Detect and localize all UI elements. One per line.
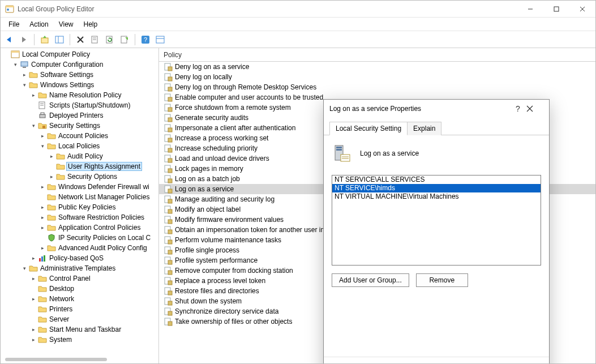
chevron-right-icon[interactable]: ▸ xyxy=(39,225,46,230)
chevron-right-icon[interactable]: ▸ xyxy=(39,133,46,139)
chevron-down-icon[interactable]: ▾ xyxy=(21,265,28,271)
svg-rect-28 xyxy=(23,67,26,68)
help-icon[interactable]: ? xyxy=(509,104,526,113)
minimize-button[interactable] xyxy=(517,1,543,17)
close-icon[interactable] xyxy=(526,105,543,112)
back-button[interactable] xyxy=(3,33,15,46)
tab-local-security-setting[interactable]: Local Security Setting xyxy=(329,122,408,135)
policy-item[interactable]: Deny log on through Remote Desktop Servi… xyxy=(159,82,595,92)
tree-software-restriction[interactable]: ▸Software Restriction Policies xyxy=(39,212,158,222)
column-header-policy[interactable]: Policy xyxy=(159,48,595,62)
close-button[interactable] xyxy=(569,1,595,17)
svg-rect-49 xyxy=(168,118,172,122)
svg-rect-75 xyxy=(168,250,172,254)
tree-application-control[interactable]: ▸Application Control Policies xyxy=(39,222,158,233)
chevron-down-icon[interactable]: ▾ xyxy=(39,143,46,149)
chevron-right-icon[interactable]: ▸ xyxy=(30,255,37,261)
tree-deployed-printers[interactable]: Deployed Printers xyxy=(30,110,158,121)
policy-item-label: Log on as a batch job xyxy=(175,175,240,183)
tree-security-settings[interactable]: ▾Security Settings xyxy=(30,121,158,131)
svg-rect-77 xyxy=(168,260,172,264)
cancel-button[interactable]: Cancel xyxy=(432,363,484,364)
listbox-option[interactable]: NT SERVICE\himds xyxy=(332,184,541,192)
policy-item-label: Lock pages in memory xyxy=(175,165,243,173)
tree-software-settings[interactable]: ▸Software Settings xyxy=(21,70,158,80)
tree-scripts[interactable]: Scripts (Startup/Shutdown) xyxy=(30,100,158,110)
tree-ip-security[interactable]: IP Security Policies on Local C xyxy=(39,233,158,243)
tree-advanced-audit[interactable]: ▸Advanced Audit Policy Config xyxy=(39,243,158,253)
chevron-right-icon[interactable]: ▸ xyxy=(30,276,37,281)
chevron-right-icon[interactable]: ▸ xyxy=(30,296,37,302)
app-icon xyxy=(5,5,14,14)
tree-root[interactable]: Local Computer Policy xyxy=(3,49,158,59)
tree-system[interactable]: ▸System xyxy=(30,335,158,345)
tree-computer-configuration[interactable]: ▾ Computer Configuration xyxy=(12,59,158,70)
tree-network[interactable]: ▸Network xyxy=(30,294,158,304)
properties-button[interactable] xyxy=(89,33,101,46)
listbox-option[interactable]: NT SERVICE\ALL SERVICES xyxy=(332,175,541,184)
chevron-right-icon[interactable]: ▸ xyxy=(21,72,28,78)
remove-button[interactable]: Remove xyxy=(416,273,468,287)
forward-button[interactable] xyxy=(18,33,30,46)
chevron-right-icon[interactable]: ▸ xyxy=(30,337,37,342)
users-listbox[interactable]: NT SERVICE\ALL SERVICESNT SERVICE\himdsN… xyxy=(332,175,541,265)
tree-security-options[interactable]: ▸Security Options xyxy=(48,172,158,182)
chevron-right-icon[interactable]: ▸ xyxy=(39,204,46,210)
chevron-right-icon[interactable]: ▸ xyxy=(30,327,37,332)
tree-control-panel[interactable]: ▸Control Panel xyxy=(30,273,158,284)
add-user-button[interactable]: Add User or Group... xyxy=(332,273,409,287)
tree-network-list[interactable]: Network List Manager Policies xyxy=(39,192,158,202)
tree-firewall[interactable]: ▸Windows Defender Firewall wi xyxy=(39,182,158,192)
shield-icon xyxy=(47,233,56,242)
menu-file[interactable]: File xyxy=(4,19,24,29)
folder-icon xyxy=(38,91,47,100)
tree-name-resolution[interactable]: ▸Name Resolution Policy xyxy=(30,90,158,100)
refresh-button[interactable] xyxy=(104,33,116,46)
up-button[interactable] xyxy=(38,33,51,46)
chevron-right-icon[interactable]: ▸ xyxy=(30,92,37,98)
horizontal-scrollbar[interactable] xyxy=(5,358,107,361)
delete-button[interactable] xyxy=(74,33,87,46)
ok-button[interactable]: OK xyxy=(376,363,428,364)
chevron-right-icon[interactable]: ▸ xyxy=(48,153,55,159)
chevron-right-icon[interactable]: ▸ xyxy=(39,184,46,190)
listbox-option[interactable]: NT VIRTUAL MACHINE\Virtual Machines xyxy=(332,192,541,201)
tree-windows-settings[interactable]: ▾Windows Settings xyxy=(21,80,158,90)
tree-policy-qos[interactable]: ▸Policy-based QoS xyxy=(30,253,158,263)
policy-item[interactable]: Deny log on as a service xyxy=(159,62,595,72)
maximize-button[interactable] xyxy=(543,1,569,17)
tree-start-menu[interactable]: ▸Start Menu and Taskbar xyxy=(30,324,158,335)
tree-desktop[interactable]: Desktop xyxy=(30,284,158,294)
menu-action[interactable]: Action xyxy=(25,19,53,29)
tree-public-key[interactable]: ▸Public Key Policies xyxy=(39,202,158,212)
svg-rect-59 xyxy=(168,169,172,173)
chevron-right-icon[interactable]: ▸ xyxy=(48,174,55,179)
folder-icon xyxy=(47,223,56,232)
menu-view[interactable]: View xyxy=(54,19,78,29)
tree-account-policies[interactable]: ▸Account Policies xyxy=(39,131,158,141)
folder-icon xyxy=(29,264,38,273)
help-button[interactable]: ? xyxy=(139,33,152,46)
chevron-down-icon[interactable]: ▾ xyxy=(21,82,28,88)
apply-button[interactable]: Apply xyxy=(489,363,541,364)
show-hide-tree-button[interactable] xyxy=(53,33,66,46)
tree-user-rights-assignment[interactable]: User Rights Assignment xyxy=(48,161,158,172)
tree-printers[interactable]: Printers xyxy=(30,304,158,314)
tab-explain[interactable]: Explain xyxy=(407,122,441,135)
folder-icon xyxy=(47,203,56,212)
filter-button[interactable] xyxy=(154,33,166,46)
policy-item[interactable]: Deny log on locally xyxy=(159,72,595,82)
chevron-right-icon[interactable]: ▸ xyxy=(39,245,46,251)
menu-help[interactable]: Help xyxy=(79,19,102,29)
tree-server[interactable]: Server xyxy=(30,314,158,324)
tree-admin-templates[interactable]: ▾Administrative Templates xyxy=(21,263,158,273)
tree-local-policies[interactable]: ▾Local Policies xyxy=(39,141,158,151)
export-button[interactable] xyxy=(118,33,131,46)
chevron-down-icon[interactable]: ▾ xyxy=(12,62,19,67)
tree-pane[interactable]: Local Computer Policy ▾ Computer Configu… xyxy=(1,48,159,363)
svg-rect-34 xyxy=(42,126,45,129)
folder-icon xyxy=(47,192,56,202)
chevron-right-icon[interactable]: ▸ xyxy=(39,215,46,220)
tree-audit-policy[interactable]: ▸Audit Policy xyxy=(48,151,158,161)
chevron-down-icon[interactable]: ▾ xyxy=(30,123,37,129)
